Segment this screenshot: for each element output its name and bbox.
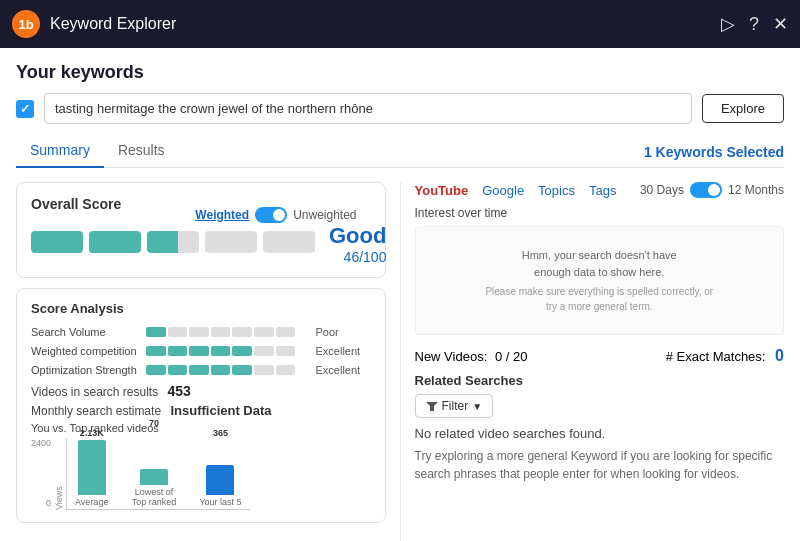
- score-bar-4: [205, 231, 257, 253]
- seg: [232, 365, 252, 375]
- keyword-checkbox[interactable]: [16, 100, 34, 118]
- bar-label-lowest: Lowest of Top ranked: [126, 487, 181, 507]
- bar-last5: [206, 465, 234, 495]
- weighted-label[interactable]: Weighted: [195, 208, 249, 222]
- y-label-text: Views: [54, 486, 64, 510]
- play-icon[interactable]: ▷: [721, 13, 735, 35]
- platform-tabs-row: YouTube Google Topics Tags 30 Days 12 Mo…: [415, 182, 785, 198]
- new-videos-label: New Videos:: [415, 349, 488, 364]
- tab-tags[interactable]: Tags: [589, 183, 616, 198]
- seg: [276, 327, 296, 337]
- title-bar-right: ▷ ? ✕: [721, 13, 788, 35]
- tab-google[interactable]: Google: [482, 183, 524, 198]
- left-column: Overall Score Weighted Unweighted: [16, 182, 386, 541]
- metric-bar-competition: [146, 346, 310, 356]
- metric-rating-strength: Excellent: [316, 364, 371, 376]
- exact-matches-label: # Exact Matches:: [666, 349, 766, 364]
- 12-months-label: 12 Months: [728, 183, 784, 197]
- title-bar: 1b Keyword Explorer ▷ ? ✕: [0, 0, 800, 48]
- score-bars: [31, 231, 315, 253]
- keyword-input-row: Explore: [16, 93, 784, 124]
- metric-weighted-competition: Weighted competition Excellent: [31, 345, 371, 357]
- bar-value-lowest: 70: [149, 418, 159, 428]
- no-data-line4: try a more general term.: [546, 299, 653, 314]
- monthly-label: Monthly search estimate: [31, 404, 161, 418]
- title-bar-left: 1b Keyword Explorer: [12, 10, 176, 38]
- score-bar-1: [31, 231, 83, 253]
- your-keywords-heading: Your keywords: [16, 62, 784, 83]
- seg: [146, 346, 166, 356]
- related-searches-title: Related Searches: [415, 373, 785, 388]
- help-icon[interactable]: ?: [749, 14, 759, 35]
- score-analysis-card: Score Analysis Search Volume Poor: [16, 288, 386, 523]
- seg: [211, 365, 231, 375]
- metric-search-volume: Search Volume Poor: [31, 326, 371, 338]
- videos-in-results-row: Videos in search results 453: [31, 383, 371, 399]
- tab-youtube[interactable]: YouTube: [415, 183, 469, 198]
- seg: [146, 365, 166, 375]
- score-toggle-row: Weighted Unweighted: [195, 207, 356, 223]
- bar-label-average: Average: [75, 497, 108, 507]
- filter-button[interactable]: Filter ▼: [415, 394, 494, 418]
- seg: [146, 327, 166, 337]
- exact-matches-value: 0: [775, 347, 784, 364]
- bar-average: [78, 440, 106, 495]
- metric-name-volume: Search Volume: [31, 326, 146, 338]
- overall-score-header: Overall Score Weighted Unweighted: [31, 195, 371, 213]
- score-bar-5: [263, 231, 315, 253]
- bars-container: 2.13K Average 70 Lowest of Top ranked: [66, 438, 250, 510]
- monthly-estimate-row: Monthly search estimate Insufficient Dat…: [31, 403, 371, 418]
- bar-label-last5: Your last 5: [199, 497, 241, 507]
- no-data-line3: Please make sure everything is spelled c…: [485, 284, 713, 299]
- score-bars-row: Good 46/100: [31, 223, 371, 265]
- two-col-layout: Overall Score Weighted Unweighted: [16, 182, 784, 541]
- unweighted-label: Unweighted: [293, 208, 356, 222]
- no-data-line2: enough data to show here.: [534, 264, 664, 281]
- time-toggle-row: 30 Days 12 Months: [640, 182, 784, 198]
- metric-rating-volume: Poor: [316, 326, 371, 338]
- keyword-input[interactable]: [44, 93, 692, 124]
- seg: [189, 365, 209, 375]
- score-bar-2: [89, 231, 141, 253]
- seg: [168, 346, 188, 356]
- time-period-toggle[interactable]: [690, 182, 722, 198]
- y-axis: 2400 0: [31, 438, 51, 510]
- videos-count: 453: [168, 383, 191, 399]
- overall-score-card: Overall Score Weighted Unweighted: [16, 182, 386, 278]
- new-videos-value: 0 / 20: [495, 349, 528, 364]
- close-icon[interactable]: ✕: [773, 13, 788, 35]
- no-related-text: No related video searches found.: [415, 426, 785, 441]
- seg: [254, 327, 274, 337]
- tab-results[interactable]: Results: [104, 136, 179, 168]
- keywords-selected-count: 1 Keywords Selected: [644, 144, 784, 160]
- 30-days-label: 30 Days: [640, 183, 684, 197]
- bar-group-average: 2.13K Average: [75, 428, 108, 507]
- svg-marker-0: [426, 402, 438, 411]
- metric-rating-competition: Excellent: [316, 345, 371, 357]
- bar-chart-section: You vs. Top ranked videos 2400 0 Views: [31, 422, 371, 510]
- tab-summary[interactable]: Summary: [16, 136, 104, 168]
- explore-button[interactable]: Explore: [702, 94, 784, 123]
- seg: [232, 346, 252, 356]
- seg: [211, 346, 231, 356]
- monthly-value: Insufficient Data: [170, 403, 271, 418]
- seg: [254, 365, 274, 375]
- seg: [189, 346, 209, 356]
- seg: [276, 346, 296, 356]
- y-max: 2400: [31, 438, 51, 448]
- weighted-toggle[interactable]: [255, 207, 287, 223]
- metric-name-competition: Weighted competition: [31, 345, 146, 357]
- overall-score-title: Overall Score: [31, 196, 121, 212]
- score-label: Good: [329, 223, 386, 249]
- no-data-line1: Hmm, your search doesn't have: [522, 247, 677, 264]
- score-text: Good 46/100: [329, 223, 386, 265]
- app-logo: 1b: [12, 10, 40, 38]
- tab-topics[interactable]: Topics: [538, 183, 575, 198]
- tabs-row: Summary Results 1 Keywords Selected: [16, 136, 784, 168]
- filter-icon: [426, 400, 438, 412]
- metric-bar-strength: [146, 365, 310, 375]
- app-title: Keyword Explorer: [50, 15, 176, 33]
- filter-chevron: ▼: [472, 401, 482, 412]
- bar-group-last5: 365 Your last 5: [199, 428, 241, 507]
- seg: [254, 346, 274, 356]
